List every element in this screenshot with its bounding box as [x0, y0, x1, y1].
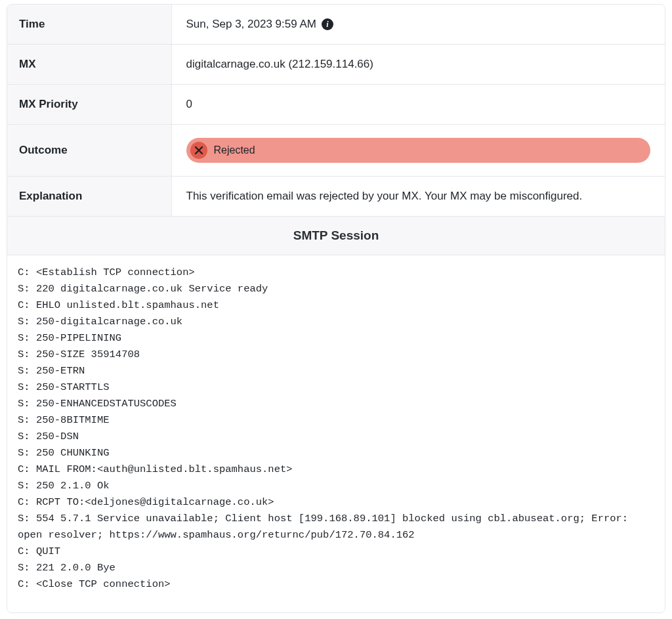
value-time: Sun, Sep 3, 2023 9:59 AM [186, 18, 316, 31]
value-mx-priority: 0 [171, 85, 665, 125]
value-outcome-cell: Rejected [171, 125, 665, 177]
session-title: SMTP Session [7, 217, 665, 255]
row-mx-priority: MX Priority 0 [7, 85, 665, 125]
session-log: C: <Establish TCP connection> S: 220 dig… [18, 265, 654, 593]
rejected-icon [190, 142, 207, 159]
row-outcome: Outcome Rejected [7, 125, 665, 177]
time-value-wrap: Sun, Sep 3, 2023 9:59 AM i [186, 18, 651, 31]
info-icon[interactable]: i [322, 18, 333, 30]
row-explanation: Explanation This verification email was … [7, 177, 665, 217]
label-time: Time [7, 5, 171, 45]
status-label: Rejected [214, 144, 255, 156]
row-time: Time Sun, Sep 3, 2023 9:59 AM i [7, 5, 665, 45]
verification-panel: Time Sun, Sep 3, 2023 9:59 AM i MX digit… [7, 4, 665, 613]
label-mx: MX [7, 45, 171, 85]
details-table: Time Sun, Sep 3, 2023 9:59 AM i MX digit… [7, 5, 665, 217]
value-mx: digitalcarnage.co.uk (212.159.114.66) [171, 45, 665, 85]
session-body: C: <Establish TCP connection> S: 220 dig… [7, 255, 665, 612]
status-badge: Rejected [186, 138, 651, 163]
value-time-cell: Sun, Sep 3, 2023 9:59 AM i [171, 5, 665, 45]
label-mx-priority: MX Priority [7, 85, 171, 125]
label-explanation: Explanation [7, 177, 171, 217]
label-outcome: Outcome [7, 125, 171, 177]
row-mx: MX digitalcarnage.co.uk (212.159.114.66) [7, 45, 665, 85]
value-explanation: This verification email was rejected by … [171, 177, 665, 217]
